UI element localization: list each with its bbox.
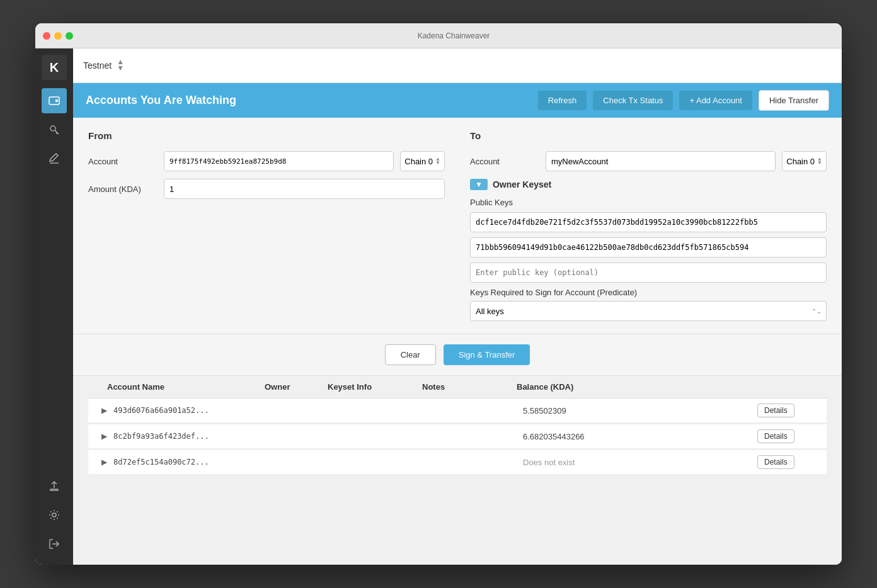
to-column: To Account Chain 0 ▲ ▼ bbox=[470, 130, 827, 321]
network-selector[interactable]: Testnet ▲ ▼ bbox=[83, 59, 124, 71]
th-action bbox=[764, 382, 827, 392]
public-keys-label: Public Keys bbox=[470, 198, 827, 207]
transfer-panel: From Account Chain 0 ▲ ▼ bbox=[73, 118, 842, 334]
maximize-button[interactable] bbox=[66, 32, 73, 40]
section-title: Accounts You Are Watching bbox=[86, 94, 236, 107]
header-buttons: Refresh Check Tx Status + Add Account Hi… bbox=[538, 90, 829, 111]
th-balance: Balance (KDA) bbox=[517, 382, 764, 392]
from-amount-label: Amount (KDA) bbox=[88, 184, 158, 194]
public-key-1-input[interactable] bbox=[470, 212, 827, 232]
table-row: ▶ 8d72ef5c154a090c72... Does not exist D… bbox=[88, 450, 827, 475]
app-window: Kadena Chainweaver K bbox=[35, 23, 842, 565]
sign-transfer-button[interactable]: Sign & Transfer bbox=[444, 344, 530, 365]
app-body: K bbox=[35, 48, 842, 565]
details-button-2[interactable]: Details bbox=[757, 429, 794, 443]
svg-point-2 bbox=[50, 126, 55, 131]
details-button-1[interactable]: Details bbox=[757, 404, 794, 417]
predicate-select-wrapper: All keys bbox=[470, 301, 827, 321]
main-content: Testnet ▲ ▼ Accounts You Are Watching Re… bbox=[73, 48, 842, 565]
hide-transfer-button[interactable]: Hide Transfer bbox=[759, 90, 829, 111]
from-amount-input[interactable] bbox=[164, 179, 445, 199]
row-expand-button-3[interactable]: ▶ bbox=[95, 458, 113, 466]
keyset-header: ▼ Owner Keyset bbox=[470, 179, 827, 190]
row-account-name-2: 8c2bf9a93a6f423def... bbox=[113, 432, 271, 441]
predicate-select[interactable]: All keys bbox=[470, 301, 827, 321]
to-chain-chevron-icon: ▲ ▼ bbox=[817, 157, 822, 166]
network-chevron-icon: ▲ ▼ bbox=[117, 59, 124, 71]
row-action-3: Details bbox=[757, 455, 820, 469]
row-balance-3: Does not exist bbox=[523, 458, 757, 467]
table-row: ▶ 493d6076a66a901a52... 5.58502309 Detai… bbox=[88, 399, 827, 423]
transfer-form-row: From Account Chain 0 ▲ ▼ bbox=[88, 130, 827, 321]
to-chain-select[interactable]: Chain 0 ▲ ▼ bbox=[782, 151, 827, 171]
row-balance-1: 5.58502309 bbox=[523, 406, 757, 416]
action-row: Clear Sign & Transfer bbox=[73, 334, 842, 376]
th-expand bbox=[88, 382, 107, 392]
to-account-label: Account bbox=[470, 157, 539, 166]
row-balance-2: 6.682035443266 bbox=[523, 432, 757, 441]
th-account-name: Account Name bbox=[107, 382, 265, 392]
row-account-name-1: 493d6076a66a901a52... bbox=[113, 406, 271, 415]
from-chain-label: Chain 0 bbox=[404, 157, 433, 166]
content-area: From Account Chain 0 ▲ ▼ bbox=[73, 118, 842, 565]
topbar: Testnet ▲ ▼ bbox=[73, 48, 842, 83]
section-header: Accounts You Are Watching Refresh Check … bbox=[73, 83, 842, 118]
table-header: Account Name Owner Keyset Info Notes Bal… bbox=[88, 376, 827, 399]
details-button-3[interactable]: Details bbox=[757, 455, 794, 469]
th-notes: Notes bbox=[422, 382, 517, 392]
traffic-lights bbox=[43, 32, 73, 40]
add-account-button[interactable]: + Add Account bbox=[679, 91, 752, 110]
row-expand-button-1[interactable]: ▶ bbox=[95, 406, 113, 415]
to-chain-label: Chain 0 bbox=[786, 157, 815, 166]
minimize-button[interactable] bbox=[54, 32, 62, 40]
predicate-label: Keys Required to Sign for Account (Predi… bbox=[470, 288, 827, 297]
sidebar-item-edit[interactable] bbox=[42, 146, 67, 171]
check-tx-button[interactable]: Check Tx Status bbox=[593, 91, 673, 110]
keyset-toggle-button[interactable]: ▼ bbox=[470, 179, 488, 190]
app-logo: K bbox=[42, 55, 67, 80]
th-owner: Owner bbox=[265, 382, 328, 392]
from-column: From Account Chain 0 ▲ ▼ bbox=[88, 130, 445, 321]
sidebar: K bbox=[35, 48, 73, 565]
sidebar-item-settings[interactable] bbox=[42, 502, 67, 528]
to-account-input[interactable] bbox=[546, 151, 776, 171]
sidebar-item-upload[interactable] bbox=[42, 473, 67, 499]
th-keyset: Keyset Info bbox=[328, 382, 422, 392]
from-account-row: Account Chain 0 ▲ ▼ bbox=[88, 151, 445, 171]
keyset-title: Owner Keyset bbox=[493, 179, 551, 189]
from-account-label: Account bbox=[88, 157, 158, 166]
to-header: To bbox=[470, 130, 827, 141]
row-account-name-3: 8d72ef5c154a090c72... bbox=[113, 458, 271, 466]
sidebar-item-logout[interactable] bbox=[42, 531, 67, 557]
close-button[interactable] bbox=[43, 32, 50, 40]
public-key-2-input[interactable] bbox=[470, 237, 827, 257]
window-title: Kadena Chainweaver bbox=[73, 31, 834, 40]
keyset-section: ▼ Owner Keyset Public Keys Keys Required… bbox=[470, 179, 827, 321]
from-amount-row: Amount (KDA) bbox=[88, 179, 445, 199]
from-chain-chevron-icon: ▲ ▼ bbox=[435, 157, 440, 166]
from-account-input[interactable] bbox=[164, 151, 394, 171]
from-chain-select[interactable]: Chain 0 ▲ ▼ bbox=[400, 151, 445, 171]
sidebar-item-keys[interactable] bbox=[42, 117, 67, 142]
row-expand-button-2[interactable]: ▶ bbox=[95, 432, 113, 441]
row-action-1: Details bbox=[757, 404, 820, 417]
clear-button[interactable]: Clear bbox=[385, 344, 436, 365]
svg-rect-1 bbox=[55, 99, 58, 102]
row-action-2: Details bbox=[757, 429, 820, 443]
table-row: ▶ 8c2bf9a93a6f423def... 6.682035443266 D… bbox=[88, 424, 827, 449]
sidebar-item-wallet[interactable] bbox=[42, 88, 67, 113]
network-label: Testnet bbox=[83, 60, 112, 71]
from-header: From bbox=[88, 130, 445, 141]
to-account-row: Account Chain 0 ▲ ▼ bbox=[470, 151, 827, 171]
titlebar: Kadena Chainweaver bbox=[35, 23, 842, 48]
public-key-optional-input[interactable] bbox=[470, 263, 827, 283]
accounts-table: Account Name Owner Keyset Info Notes Bal… bbox=[73, 376, 842, 491]
svg-point-6 bbox=[52, 513, 56, 517]
refresh-button[interactable]: Refresh bbox=[538, 91, 587, 110]
